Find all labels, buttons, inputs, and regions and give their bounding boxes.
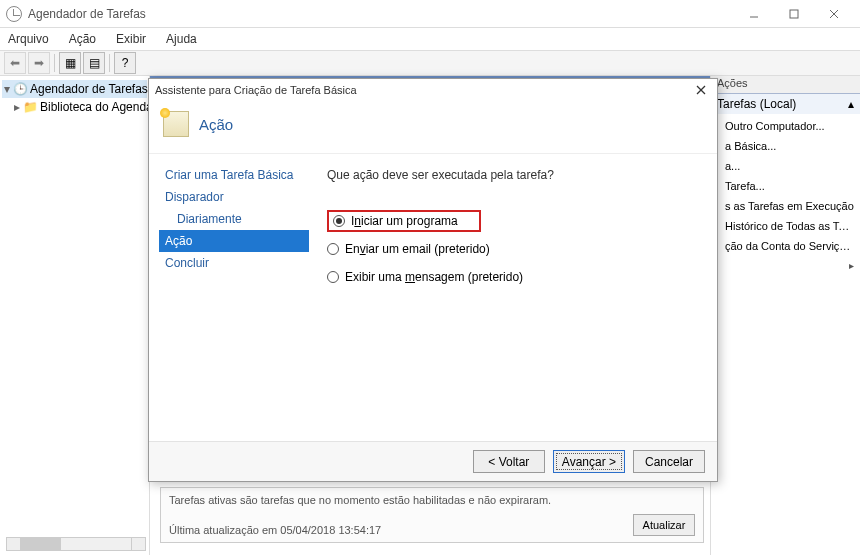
option-show-message[interactable]: Exibir uma mensagem (preterido) — [327, 270, 699, 284]
main-titlebar: Agendador de Tarefas — [0, 0, 860, 28]
horizontal-scrollbar[interactable] — [6, 537, 146, 551]
clock-icon: 🕒 — [13, 82, 27, 96]
radio-icon[interactable] — [333, 215, 345, 227]
forward-icon[interactable]: ➡ — [28, 52, 50, 74]
minimize-button[interactable] — [734, 0, 774, 28]
action-enable-history[interactable]: Histórico de Todas as Taref... — [711, 216, 860, 236]
dialog-header-title: Ação — [199, 116, 233, 133]
actions-group-title: Tarefas (Local) ▴ — [711, 94, 860, 114]
toolbar: ⬅ ➡ ▦ ▤ ? — [0, 50, 860, 76]
action-create-task[interactable]: a... — [711, 156, 860, 176]
menu-view[interactable]: Exibir — [112, 30, 150, 48]
wizard-steps: Criar uma Tarefa Básica Disparador Diari… — [149, 154, 309, 441]
next-button[interactable]: Avançar > — [553, 450, 625, 473]
actions-group-label: Tarefas (Local) — [717, 97, 796, 111]
option-send-email-label: Enviar um email (preterido) — [345, 242, 490, 256]
action-create-basic[interactable]: a Básica... — [711, 136, 860, 156]
scroll-thumb[interactable] — [21, 538, 61, 550]
tree-library-label: Biblioteca do Agendador — [40, 100, 150, 114]
scroll-right-icon[interactable] — [131, 538, 145, 550]
dialog-title: Assistente para Criação de Tarefa Básica — [155, 84, 691, 96]
actions-panel: Ações Tarefas (Local) ▴ Outro Computador… — [710, 76, 860, 555]
status-line1: Tarefas ativas são tarefas que no moment… — [169, 494, 695, 506]
status-band: Tarefas ativas são tarefas que no moment… — [160, 487, 704, 543]
window-title: Agendador de Tarefas — [28, 7, 734, 21]
dialog-button-row: < Voltar Avançar > Cancelar — [149, 441, 717, 481]
menu-help[interactable]: Ajuda — [162, 30, 201, 48]
menubar: Arquivo Ação Exibir Ajuda — [0, 28, 860, 50]
refresh-button[interactable]: Atualizar — [633, 514, 695, 536]
option-send-email[interactable]: Enviar um email (preterido) — [327, 242, 699, 256]
tree-panel: ▾ 🕒 Agendador de Tarefas (Local) ▸ 📁 Bib… — [0, 76, 150, 555]
status-line2: Última atualização em 05/04/2018 13:54:1… — [169, 524, 695, 536]
action-at-account[interactable]: ção da Conta do Serviço AT — [711, 236, 860, 256]
option-start-program[interactable]: Iniciar um programa — [327, 210, 481, 232]
tree-root-label: Agendador de Tarefas (Local) — [30, 82, 150, 96]
close-button[interactable] — [814, 0, 854, 28]
menu-action[interactable]: Ação — [65, 30, 100, 48]
tool-icon-1[interactable]: ▦ — [59, 52, 81, 74]
chevron-right-icon[interactable]: ▸ — [843, 256, 860, 275]
collapse-icon[interactable]: ▴ — [848, 97, 854, 111]
dialog-close-button[interactable] — [691, 81, 711, 99]
step-create[interactable]: Criar uma Tarefa Básica — [159, 164, 309, 186]
action-connect-computer[interactable]: Outro Computador... — [711, 116, 860, 136]
dialog-titlebar: Assistente para Criação de Tarefa Básica — [149, 79, 717, 101]
step-trigger[interactable]: Disparador — [159, 186, 309, 208]
collapse-icon[interactable]: ▾ — [4, 82, 10, 96]
tree-root[interactable]: ▾ 🕒 Agendador de Tarefas (Local) — [2, 80, 147, 98]
tree-library[interactable]: ▸ 📁 Biblioteca do Agendador — [2, 98, 147, 116]
svg-rect-1 — [790, 10, 798, 18]
clock-icon — [6, 6, 22, 22]
radio-icon[interactable] — [327, 243, 339, 255]
wizard-content: Que ação deve ser executada pela tarefa?… — [309, 154, 717, 441]
radio-icon[interactable] — [327, 271, 339, 283]
maximize-button[interactable] — [774, 0, 814, 28]
menu-file[interactable]: Arquivo — [4, 30, 53, 48]
action-import-task[interactable]: Tarefa... — [711, 176, 860, 196]
expand-icon[interactable]: ▸ — [14, 100, 20, 114]
wizard-question: Que ação deve ser executada pela tarefa? — [327, 168, 699, 182]
wizard-dialog: Assistente para Criação de Tarefa Básica… — [148, 78, 718, 482]
option-start-program-label: Iniciar um programa — [351, 214, 458, 228]
option-show-message-label: Exibir uma mensagem (preterido) — [345, 270, 523, 284]
scroll-left-icon[interactable] — [7, 538, 21, 550]
step-trigger-daily[interactable]: Diariamente — [159, 208, 309, 230]
dialog-header: Ação — [149, 101, 717, 154]
back-icon[interactable]: ⬅ — [4, 52, 26, 74]
back-button[interactable]: < Voltar — [473, 450, 545, 473]
task-wizard-icon — [163, 111, 189, 137]
actions-header: Ações — [711, 76, 860, 94]
help-icon[interactable]: ? — [114, 52, 136, 74]
tool-icon-2[interactable]: ▤ — [83, 52, 105, 74]
step-action[interactable]: Ação — [159, 230, 309, 252]
action-running-tasks[interactable]: s as Tarefas em Execução — [711, 196, 860, 216]
cancel-button[interactable]: Cancelar — [633, 450, 705, 473]
folder-icon: 📁 — [23, 100, 37, 114]
step-finish[interactable]: Concluir — [159, 252, 309, 274]
